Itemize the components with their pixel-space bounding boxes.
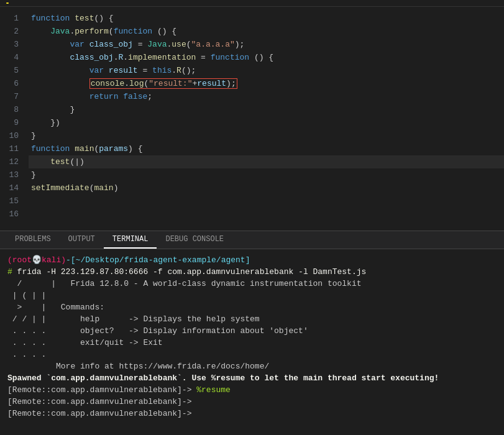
panel-tabs[interactable]: PROBLEMSOUTPUTTERMINALDEBUG CONSOLE	[0, 231, 504, 249]
panel-tab-debug-console[interactable]: DEBUG CONSOLE	[157, 231, 232, 249]
bottom-panel: PROBLEMSOUTPUTTERMINALDEBUG CONSOLE (roo…	[0, 231, 504, 418]
terminal-command-line: # frida -H 223.129.87.80:6666 -f com.app…	[7, 266, 497, 278]
terminal-line: [Remote::com.app.damnvulnerablebank]-> %…	[7, 384, 497, 396]
panel-tab-terminal[interactable]: TERMINAL	[104, 231, 157, 249]
code-lines[interactable]: function test() { Java.perform(function …	[26, 7, 504, 231]
code-line: }	[29, 103, 504, 116]
code-line: function main(params) {	[29, 142, 504, 155]
terminal-area[interactable]: (root💀kali)-[~/Desktop/frida-agent-examp…	[0, 249, 504, 418]
terminal-command: frida -H 223.129.87.80:6666 -f com.app.d…	[17, 267, 367, 277]
code-line: return false;	[29, 90, 504, 103]
terminal-line: Spawned `com.app.damnvulnerablebank`. Us…	[7, 372, 497, 384]
terminal-resume-line: [Remote::com.app.damnvulnerablebank]-> %…	[7, 385, 231, 395]
terminal-spawned: Spawned `com.app.damnvulnerablebank`. Us…	[7, 373, 439, 383]
terminal-line: . . . . exit/quit -> Exit	[7, 337, 497, 349]
js-icon	[6, 2, 9, 4]
panel-tab-problems[interactable]: PROBLEMS	[6, 231, 60, 249]
terminal-prompt-line: (root💀kali)-[~/Desktop/frida-agent-examp…	[7, 254, 497, 266]
terminal-line: | ( | |	[7, 290, 497, 301]
terminal-line: [Remote::com.app.damnvulnerablebank]->	[7, 396, 497, 408]
terminal-line: . . . .	[7, 349, 497, 360]
code-line: }	[29, 168, 504, 181]
code-line: function test() {	[29, 12, 504, 25]
line-numbers: 12345678910111213141516	[0, 7, 26, 231]
panel-tab-output[interactable]: OUTPUT	[60, 231, 104, 249]
terminal-line: > | Commands:	[7, 301, 497, 313]
terminal-line: / / | | help -> Displays the help system	[7, 313, 497, 325]
editor-area[interactable]: 12345678910111213141516 function test() …	[0, 7, 504, 231]
terminal-path: -[~/Desktop/frida-agent-example/agent]	[66, 255, 250, 265]
terminal-prompt-symbol: #	[7, 267, 17, 277]
terminal-user: (root💀kali)	[7, 255, 66, 265]
terminal-line: More info at https://www.frida.re/docs/h…	[7, 360, 497, 372]
code-line: Java.perform(function () {	[29, 25, 504, 38]
code-line: class_obj.R.implementation = function ()…	[29, 51, 504, 64]
terminal-line: . . . . object? -> Display information a…	[7, 325, 497, 337]
code-line: setImmediate(main)	[29, 181, 504, 195]
terminal-line: [Remote::com.app.damnvulnerablebank]->	[7, 408, 497, 418]
breadcrumb	[0, 0, 504, 7]
code-line: })	[29, 116, 504, 129]
code-line: }	[29, 129, 504, 142]
code-line: var class_obj = Java.use("a.a.a.a");	[29, 38, 504, 51]
code-line: var result = this.R();	[29, 64, 504, 77]
code-line: test(|)	[29, 155, 504, 168]
terminal-line: / | Frida 12.8.0 - A world-class dynamic…	[7, 278, 497, 290]
code-line: console.log("result:"+result);	[29, 77, 504, 90]
